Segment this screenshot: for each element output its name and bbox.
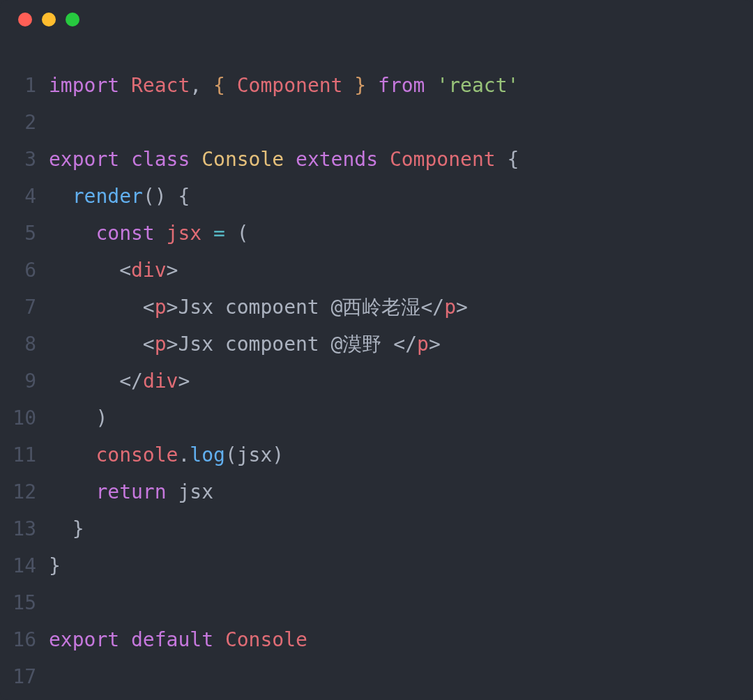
- token-plain: [49, 370, 119, 393]
- token-str: 'react': [436, 74, 519, 97]
- line-number: 7: [0, 289, 49, 326]
- token-plain: <: [143, 333, 155, 356]
- line-number: 9: [0, 363, 49, 400]
- token-tag: p: [155, 296, 167, 319]
- code-line[interactable]: 5 const jsx = (: [0, 215, 753, 252]
- code-content[interactable]: import React, { Component } from 'react': [49, 67, 753, 104]
- minimize-icon[interactable]: [42, 13, 56, 26]
- token-plain: [49, 333, 143, 356]
- token-plain: </: [420, 296, 444, 319]
- code-window: 1import React, { Component } from 'react…: [0, 0, 753, 700]
- code-content[interactable]: <p>Jsx compoent @西岭老湿</p>: [49, 289, 753, 326]
- line-number: 10: [0, 400, 49, 436]
- token-plain: [49, 480, 96, 503]
- code-line[interactable]: 4 render() {: [0, 178, 753, 215]
- token-kw: export: [49, 628, 131, 651]
- token-tag: div: [143, 370, 178, 393]
- code-content[interactable]: </div>: [49, 363, 753, 400]
- code-line[interactable]: 17: [0, 658, 753, 695]
- line-number: 2: [0, 104, 49, 141]
- token-fn: log: [190, 443, 225, 466]
- code-line[interactable]: 10 ): [0, 400, 753, 436]
- code-content[interactable]: }: [49, 547, 753, 584]
- line-number: 4: [0, 178, 49, 215]
- token-brackt: {: [213, 74, 237, 97]
- token-cls: Console: [201, 148, 284, 171]
- token-plain: (: [225, 443, 237, 466]
- token-plain: ,: [190, 74, 213, 97]
- line-number: 8: [0, 326, 49, 363]
- code-content[interactable]: console.log(jsx): [49, 436, 753, 473]
- token-plain: .: [178, 443, 190, 466]
- token-tag: p: [417, 333, 429, 356]
- token-ident: jsx: [167, 222, 202, 245]
- code-line[interactable]: 1import React, { Component } from 'react…: [0, 67, 753, 104]
- token-plain: [49, 443, 96, 466]
- code-editor[interactable]: 1import React, { Component } from 'react…: [0, 39, 753, 695]
- code-line[interactable]: 3export class Console extends Component …: [0, 141, 753, 178]
- token-plain: jsx: [178, 480, 213, 503]
- code-content[interactable]: [49, 584, 753, 621]
- token-plain: (: [225, 222, 249, 245]
- code-line[interactable]: 13 }: [0, 510, 753, 547]
- token-plain: () {: [143, 185, 190, 208]
- code-line[interactable]: 6 <div>: [0, 252, 753, 289]
- token-plain: >: [167, 296, 178, 319]
- token-plain: [49, 296, 143, 319]
- token-kw: import: [49, 74, 131, 97]
- code-line[interactable]: 11 console.log(jsx): [0, 436, 753, 473]
- window-titlebar: [0, 0, 753, 39]
- token-plain: >: [429, 333, 441, 356]
- line-number: 13: [0, 510, 49, 547]
- token-op: =: [213, 222, 225, 245]
- code-content[interactable]: [49, 658, 753, 695]
- code-content[interactable]: export class Console extends Component {: [49, 141, 753, 178]
- code-content[interactable]: const jsx = (: [49, 215, 753, 252]
- code-content[interactable]: }: [49, 510, 753, 547]
- zoom-icon[interactable]: [66, 13, 79, 26]
- token-ident: console: [96, 443, 178, 466]
- token-plain: >: [167, 259, 178, 282]
- code-line[interactable]: 8 <p>Jsx compoent @漠野 </p>: [0, 326, 753, 363]
- token-plain: </: [119, 370, 143, 393]
- token-plain: Jsx compoent @漠野: [178, 333, 393, 356]
- code-line[interactable]: 7 <p>Jsx compoent @西岭老湿</p>: [0, 289, 753, 326]
- token-kw: export: [49, 148, 131, 171]
- token-ident: React: [131, 74, 190, 97]
- code-line[interactable]: 9 </div>: [0, 363, 753, 400]
- code-line[interactable]: 12 return jsx: [0, 473, 753, 510]
- code-content[interactable]: <div>: [49, 252, 753, 289]
- code-content[interactable]: ): [49, 400, 753, 436]
- token-kw: default: [131, 628, 225, 651]
- token-plain: <: [143, 296, 155, 319]
- token-plain: >: [456, 296, 468, 319]
- line-number: 14: [0, 547, 49, 584]
- token-tag: p: [155, 333, 167, 356]
- token-plain: >: [167, 333, 178, 356]
- line-number: 5: [0, 215, 49, 252]
- code-line[interactable]: 16export default Console: [0, 621, 753, 658]
- line-number: 15: [0, 584, 49, 621]
- code-content[interactable]: return jsx: [49, 473, 753, 510]
- token-plain: <: [119, 259, 131, 282]
- line-number: 11: [0, 436, 49, 473]
- token-plain: Jsx compoent @西岭老湿: [178, 296, 420, 319]
- token-fn: render: [73, 185, 143, 208]
- code-line[interactable]: 15: [0, 584, 753, 621]
- token-kw: extends: [284, 148, 390, 171]
- code-line[interactable]: 14}: [0, 547, 753, 584]
- token-plain: [201, 222, 213, 245]
- close-icon[interactable]: [18, 13, 32, 26]
- token-plain: ): [272, 443, 284, 466]
- token-plain: }: [49, 517, 84, 540]
- token-plain: </: [393, 333, 417, 356]
- token-plain: ): [49, 406, 107, 429]
- code-line[interactable]: 2: [0, 104, 753, 141]
- code-content[interactable]: export default Console: [49, 621, 753, 658]
- code-content[interactable]: render() {: [49, 178, 753, 215]
- token-plain: [49, 259, 119, 282]
- code-content[interactable]: [49, 104, 753, 141]
- line-number: 6: [0, 252, 49, 289]
- token-kw: class: [131, 148, 201, 171]
- code-content[interactable]: <p>Jsx compoent @漠野 </p>: [49, 326, 753, 363]
